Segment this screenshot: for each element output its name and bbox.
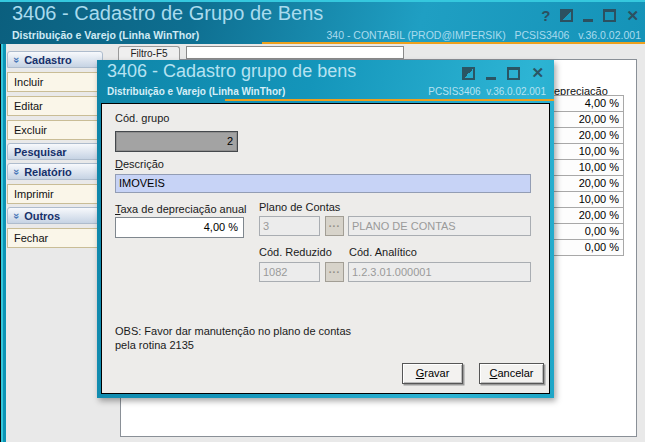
sidebar-label: Pesquisar [14,146,67,158]
taxa-depreciacao-field[interactable]: 4,00 % [115,217,244,238]
cod-grupo-field: 2 [115,131,238,152]
filter-combo-input[interactable] [186,46,404,59]
dialog-titlebar-controls: ✕ [462,66,544,80]
main-titlebar-controls: ? ✕ [541,8,639,23]
taxa-depreciacao-label: Taxa de depreciação anual [115,203,246,215]
minimize-icon[interactable] [583,9,593,22]
plano-contas-name-field: PLANO DE CONTAS [348,216,531,236]
grid-cell-depreciation[interactable]: 4,00 % [549,95,624,112]
main-titlebar: 3406 - Cadastro de Grupo de Bens Distrib… [0,0,645,44]
sidebar-section-outros[interactable]: »Outros [7,207,103,224]
session-status: 340 - CONTABIL (PROD@IMPERSIK) PCSIS3406… [326,29,641,41]
help-icon[interactable]: ? [541,9,550,23]
sidebar-label: Incluir [14,76,43,88]
cod-reduzido-field: 1082 [259,262,320,282]
plano-contas-browse-button: ... [325,216,344,236]
dialog-subtitle: Distribuição e Varejo (Linha WinThor) [107,86,285,97]
cancel-button[interactable]: Cancelar [479,363,544,384]
sidebar-item-imprimir[interactable]: Imprimir [7,184,103,204]
sidebar-label: Relatório [24,166,72,178]
depreciation-column: 4,00 %20,00 %20,00 %10,00 %10,00 %20,00 … [549,96,624,256]
close-icon[interactable]: ✕ [626,9,639,23]
dialog-maximize-icon[interactable] [507,67,520,80]
chevron-down-icon: » [11,212,23,218]
sidebar-section-cadastro[interactable]: »Cadastro [7,51,103,68]
sidebar: »CadastroIncluirEditarExcluirPesquisar»R… [7,48,103,248]
sidebar-label: Fechar [14,232,48,244]
chevron-down-icon: » [11,56,23,62]
grid-cell-depreciation[interactable]: 0,00 % [549,223,624,240]
sidebar-item-incluir[interactable]: Incluir [7,72,103,92]
descricao-field[interactable]: IMOVEIS [115,174,531,193]
obs-note-line2: pela rotina 2135 [115,339,194,351]
grid-cell-depreciation[interactable]: 0,00 % [549,239,624,256]
obs-note-line1: OBS: Favor dar manutenção no plano de co… [115,325,351,337]
dialog-version: PCSIS3406 v.36.0.02.001 [428,86,546,97]
sidebar-label: Editar [14,100,43,112]
maximize-icon[interactable] [603,9,616,22]
sidebar-section-pesquisar[interactable]: Pesquisar [7,143,103,160]
main-window: 3406 - Cadastro de Grupo de Bens Distrib… [0,0,645,442]
theme-contrast-icon[interactable] [560,9,573,22]
dialog-close-icon[interactable]: ✕ [531,66,544,80]
cod-reduzido-browse-button: ... [325,262,344,282]
descricao-label: Descrição [115,158,164,170]
sidebar-label: Outros [24,210,60,222]
grid-cell-depreciation[interactable]: 10,00 % [549,143,624,160]
sidebar-item-fechar[interactable]: Fechar [7,228,103,248]
cod-grupo-label: Cód. grupo [115,112,169,124]
dialog-minimize-icon[interactable] [486,67,496,80]
dialog-cadastro-grupo-bens: 3406 - Cadastro grupo de bens Distribuiç… [97,60,554,398]
window-left-frame [0,0,6,442]
sidebar-section-relatorio[interactable]: »Relatório [7,163,103,180]
sidebar-label: Excluir [14,124,47,136]
dialog-title: 3406 - Cadastro grupo de bens [107,61,356,82]
grid-cell-depreciation[interactable]: 10,00 % [549,191,624,208]
sidebar-label: Cadastro [24,54,72,66]
window-top-frame [0,0,645,2]
chevron-down-icon: » [11,168,23,174]
cod-analitico-field: 1.2.3.01.000001 [348,262,531,282]
grid-cell-depreciation[interactable]: 20,00 % [549,111,624,128]
save-button[interactable]: Gravar [402,363,463,384]
grid-cell-depreciation[interactable]: 10,00 % [549,159,624,176]
grid-cell-depreciation[interactable]: 20,00 % [549,127,624,144]
plano-contas-label: Plano de Contas [259,201,340,213]
dialog-body: Cód. grupo 2 Descrição IMOVEIS Taxa de d… [101,103,550,394]
dialog-accent-underline [225,99,554,101]
accent-underline [262,42,645,44]
sidebar-item-editar[interactable]: Editar [7,96,103,116]
page-title: 3406 - Cadastro de Grupo de Bens [12,2,323,25]
plano-contas-code-field: 3 [259,216,320,236]
sidebar-item-excluir[interactable]: Excluir [7,120,103,140]
window-subtitle: Distribuição e Varejo (Linha WinThor) [12,29,199,41]
cod-reduzido-label: Cód. Reduzido [259,246,332,258]
sidebar-label: Imprimir [14,188,54,200]
grid-cell-depreciation[interactable]: 20,00 % [549,175,624,192]
tab-filtro-f5[interactable]: Filtro-F5 [118,46,180,60]
dialog-theme-contrast-icon[interactable] [462,67,475,80]
cod-analitico-label: Cód. Analítico [349,246,417,258]
grid-cell-depreciation[interactable]: 20,00 % [549,207,624,224]
